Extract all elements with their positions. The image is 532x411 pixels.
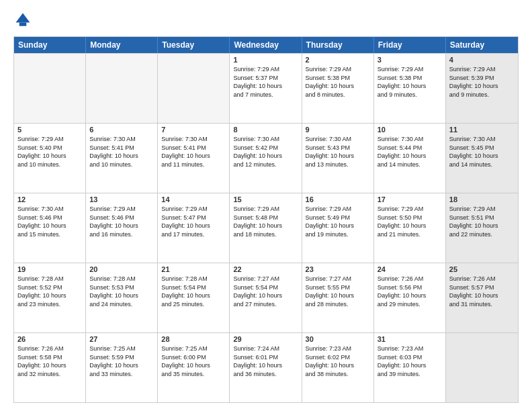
calendar: SundayMondayTuesdayWednesdayThursdayFrid… xyxy=(13,36,519,403)
day-cell-22: 22Sunrise: 7:27 AM Sunset: 5:54 PM Dayli… xyxy=(230,263,302,332)
day-cell-empty xyxy=(86,54,158,123)
day-info: Sunrise: 7:30 AM Sunset: 5:44 PM Dayligh… xyxy=(378,135,442,169)
day-cell-24: 24Sunrise: 7:26 AM Sunset: 5:56 PM Dayli… xyxy=(374,263,446,332)
day-info: Sunrise: 7:29 AM Sunset: 5:39 PM Dayligh… xyxy=(449,65,515,99)
day-number: 2 xyxy=(306,56,370,64)
calendar-week-2: 5Sunrise: 7:29 AM Sunset: 5:40 PM Daylig… xyxy=(14,123,518,193)
day-number: 27 xyxy=(89,335,154,343)
day-number: 25 xyxy=(449,265,515,273)
day-cell-empty xyxy=(14,54,86,123)
day-info: Sunrise: 7:30 AM Sunset: 5:41 PM Dayligh… xyxy=(89,135,154,169)
day-info: Sunrise: 7:29 AM Sunset: 5:47 PM Dayligh… xyxy=(161,205,226,238)
day-info: Sunrise: 7:29 AM Sunset: 5:49 PM Dayligh… xyxy=(306,205,370,238)
day-info: Sunrise: 7:30 AM Sunset: 5:45 PM Dayligh… xyxy=(449,135,515,169)
day-cell-2: 2Sunrise: 7:29 AM Sunset: 5:38 PM Daylig… xyxy=(302,54,374,123)
logo-icon xyxy=(13,11,32,30)
day-header-tuesday: Tuesday xyxy=(158,37,230,53)
day-number: 18 xyxy=(449,195,515,203)
day-cell-1: 1Sunrise: 7:29 AM Sunset: 5:37 PM Daylig… xyxy=(230,54,302,123)
day-header-thursday: Thursday xyxy=(302,37,374,53)
day-info: Sunrise: 7:29 AM Sunset: 5:40 PM Dayligh… xyxy=(17,135,82,169)
day-number: 21 xyxy=(161,265,226,273)
day-cell-11: 11Sunrise: 7:30 AM Sunset: 5:45 PM Dayli… xyxy=(446,124,518,193)
header xyxy=(13,11,519,30)
day-header-saturday: Saturday xyxy=(446,37,518,53)
day-info: Sunrise: 7:29 AM Sunset: 5:48 PM Dayligh… xyxy=(233,205,298,238)
day-number: 23 xyxy=(306,265,370,273)
day-number: 7 xyxy=(161,126,226,134)
day-info: Sunrise: 7:30 AM Sunset: 5:46 PM Dayligh… xyxy=(17,205,82,238)
day-cell-14: 14Sunrise: 7:29 AM Sunset: 5:47 PM Dayli… xyxy=(158,193,230,263)
day-number: 12 xyxy=(17,195,82,203)
day-cell-27: 27Sunrise: 7:25 AM Sunset: 5:59 PM Dayli… xyxy=(86,333,158,402)
day-info: Sunrise: 7:24 AM Sunset: 6:01 PM Dayligh… xyxy=(233,345,298,378)
day-cell-empty xyxy=(158,54,230,123)
logo xyxy=(13,11,35,30)
day-cell-30: 30Sunrise: 7:23 AM Sunset: 6:02 PM Dayli… xyxy=(302,333,374,402)
day-number: 16 xyxy=(306,195,370,203)
day-info: Sunrise: 7:30 AM Sunset: 5:42 PM Dayligh… xyxy=(233,135,298,169)
day-number: 11 xyxy=(449,126,515,134)
day-info: Sunrise: 7:30 AM Sunset: 5:43 PM Dayligh… xyxy=(306,135,370,169)
day-number: 14 xyxy=(161,195,226,203)
day-cell-23: 23Sunrise: 7:27 AM Sunset: 5:55 PM Dayli… xyxy=(302,263,374,332)
day-number: 26 xyxy=(17,335,82,343)
calendar-week-3: 12Sunrise: 7:30 AM Sunset: 5:46 PM Dayli… xyxy=(14,193,518,263)
day-cell-8: 8Sunrise: 7:30 AM Sunset: 5:42 PM Daylig… xyxy=(230,124,302,193)
day-info: Sunrise: 7:28 AM Sunset: 5:52 PM Dayligh… xyxy=(17,275,82,308)
day-number: 5 xyxy=(17,126,82,134)
day-number: 19 xyxy=(17,265,82,273)
day-cell-9: 9Sunrise: 7:30 AM Sunset: 5:43 PM Daylig… xyxy=(302,124,374,193)
day-number: 10 xyxy=(378,126,442,134)
day-info: Sunrise: 7:29 AM Sunset: 5:46 PM Dayligh… xyxy=(89,205,154,238)
day-number: 22 xyxy=(233,265,298,273)
day-cell-18: 18Sunrise: 7:29 AM Sunset: 5:51 PM Dayli… xyxy=(446,193,518,263)
svg-marker-0 xyxy=(16,13,30,23)
calendar-body: 1Sunrise: 7:29 AM Sunset: 5:37 PM Daylig… xyxy=(14,53,518,402)
day-number: 6 xyxy=(89,126,154,134)
day-number: 31 xyxy=(378,335,442,343)
day-cell-21: 21Sunrise: 7:28 AM Sunset: 5:54 PM Dayli… xyxy=(158,263,230,332)
day-info: Sunrise: 7:28 AM Sunset: 5:53 PM Dayligh… xyxy=(89,275,154,308)
page: SundayMondayTuesdayWednesdayThursdayFrid… xyxy=(0,0,532,411)
day-cell-31: 31Sunrise: 7:23 AM Sunset: 6:03 PM Dayli… xyxy=(374,333,446,402)
day-info: Sunrise: 7:23 AM Sunset: 6:02 PM Dayligh… xyxy=(306,345,370,378)
day-cell-13: 13Sunrise: 7:29 AM Sunset: 5:46 PM Dayli… xyxy=(86,193,158,263)
day-info: Sunrise: 7:27 AM Sunset: 5:55 PM Dayligh… xyxy=(306,275,370,308)
day-info: Sunrise: 7:27 AM Sunset: 5:54 PM Dayligh… xyxy=(233,275,298,308)
day-info: Sunrise: 7:29 AM Sunset: 5:51 PM Dayligh… xyxy=(449,205,515,238)
day-cell-17: 17Sunrise: 7:29 AM Sunset: 5:50 PM Dayli… xyxy=(374,193,446,263)
day-info: Sunrise: 7:25 AM Sunset: 6:00 PM Dayligh… xyxy=(161,345,226,378)
day-number: 20 xyxy=(89,265,154,273)
day-cell-28: 28Sunrise: 7:25 AM Sunset: 6:00 PM Dayli… xyxy=(158,333,230,402)
day-info: Sunrise: 7:26 AM Sunset: 5:58 PM Dayligh… xyxy=(17,345,82,378)
day-header-wednesday: Wednesday xyxy=(230,37,302,53)
day-cell-empty xyxy=(446,333,518,402)
day-header-monday: Monday xyxy=(86,37,158,53)
day-number: 4 xyxy=(449,56,515,64)
day-cell-3: 3Sunrise: 7:29 AM Sunset: 5:38 PM Daylig… xyxy=(374,54,446,123)
day-number: 8 xyxy=(233,126,298,134)
day-cell-4: 4Sunrise: 7:29 AM Sunset: 5:39 PM Daylig… xyxy=(446,54,518,123)
day-info: Sunrise: 7:25 AM Sunset: 5:59 PM Dayligh… xyxy=(89,345,154,378)
day-number: 13 xyxy=(89,195,154,203)
day-number: 28 xyxy=(161,335,226,343)
day-number: 17 xyxy=(378,195,442,203)
day-header-friday: Friday xyxy=(374,37,446,53)
day-info: Sunrise: 7:30 AM Sunset: 5:41 PM Dayligh… xyxy=(161,135,226,169)
day-cell-6: 6Sunrise: 7:30 AM Sunset: 5:41 PM Daylig… xyxy=(86,124,158,193)
day-cell-19: 19Sunrise: 7:28 AM Sunset: 5:52 PM Dayli… xyxy=(14,263,86,332)
day-info: Sunrise: 7:29 AM Sunset: 5:37 PM Dayligh… xyxy=(233,65,298,99)
day-cell-7: 7Sunrise: 7:30 AM Sunset: 5:41 PM Daylig… xyxy=(158,124,230,193)
day-cell-20: 20Sunrise: 7:28 AM Sunset: 5:53 PM Dayli… xyxy=(86,263,158,332)
day-info: Sunrise: 7:28 AM Sunset: 5:54 PM Dayligh… xyxy=(161,275,226,308)
day-info: Sunrise: 7:29 AM Sunset: 5:38 PM Dayligh… xyxy=(378,65,442,99)
day-cell-25: 25Sunrise: 7:26 AM Sunset: 5:57 PM Dayli… xyxy=(446,263,518,332)
day-cell-10: 10Sunrise: 7:30 AM Sunset: 5:44 PM Dayli… xyxy=(374,124,446,193)
calendar-week-5: 26Sunrise: 7:26 AM Sunset: 5:58 PM Dayli… xyxy=(14,332,518,402)
day-number: 9 xyxy=(306,126,370,134)
svg-rect-1 xyxy=(19,23,27,26)
day-cell-5: 5Sunrise: 7:29 AM Sunset: 5:40 PM Daylig… xyxy=(14,124,86,193)
day-info: Sunrise: 7:29 AM Sunset: 5:38 PM Dayligh… xyxy=(306,65,370,99)
day-cell-16: 16Sunrise: 7:29 AM Sunset: 5:49 PM Dayli… xyxy=(302,193,374,263)
